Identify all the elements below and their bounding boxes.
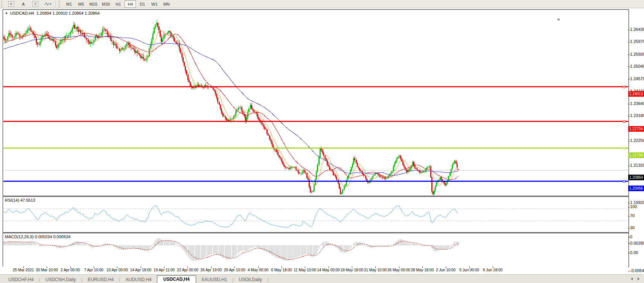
collapse-triangle-icon[interactable]: ▼: [5, 12, 8, 15]
axis-tick-mark: [628, 104, 630, 104]
chevron-down-icon[interactable]: ▾: [50, 2, 51, 6]
time-axis-label: 21 May 10:00: [364, 268, 387, 272]
time-axis-label: 2 Jun 10:00: [436, 268, 455, 272]
timeframe-button-m5[interactable]: M5: [75, 0, 87, 8]
current-price-tag: 1.20864: [628, 175, 644, 180]
toolbar-grip[interactable]: [1, 1, 4, 7]
chart-ohlc-values: 1.20894 1.20910 1.20864 1.20864: [37, 11, 100, 15]
grid-f-button[interactable]: F: [6, 0, 17, 8]
price-chart-canvas[interactable]: [3, 10, 628, 195]
macd-label: MACD(12,26,9) 0.000234 0.000534: [5, 234, 70, 239]
price-axis-label: 1.21320: [630, 163, 644, 167]
axis-tick-mark: [628, 271, 630, 271]
macd-panel[interactable]: MACD(12,26,9) 0.000234 0.000534: [3, 233, 629, 267]
time-axis-label: 22 Apr 00:00: [177, 268, 198, 272]
axis-tick-mark: [628, 237, 630, 237]
price-axis-label: 1.23180: [630, 113, 644, 118]
font-button[interactable]: A: [18, 0, 29, 8]
time-axis-label: 9 Jun 18:00: [483, 268, 502, 272]
axis-tick-mark: [628, 228, 630, 228]
macd-canvas[interactable]: [3, 234, 628, 266]
arrow-objects-button[interactable]: ↗↙ ▾: [42, 0, 53, 8]
chart-shift-marker-icon: [557, 18, 560, 20]
timeframe-button-m30[interactable]: M30: [100, 0, 112, 8]
axis-tick-mark: [628, 116, 630, 116]
timeframe-button-h4[interactable]: H4: [125, 0, 136, 8]
level-price-tag: 1.22704: [628, 126, 644, 132]
rsi-axis-label: 0: [630, 234, 632, 239]
rsi-axis-label: 70: [630, 213, 635, 218]
timeframe-button-m15[interactable]: M15: [87, 0, 99, 8]
time-axis-label: 4 May 00:00: [248, 268, 268, 272]
axis-tick-mark: [628, 203, 630, 203]
chart-symbol-period: USDCAD,H4: [10, 11, 34, 15]
timeframe-button-d1[interactable]: D1: [137, 0, 148, 8]
price-axis-label: 1.25040: [630, 64, 644, 68]
mt4-window: F A T ↗↙ ▾ M1M5M15M30H1H4D1W1MN ▼ USDCAD…: [0, 0, 644, 283]
chart-tab-audusd[interactable]: AUDUSD,H4: [120, 276, 157, 283]
chart-tab-usdcad[interactable]: USDCAD,H4: [157, 275, 196, 283]
macd-axis-label: -0.005418: [630, 268, 644, 273]
time-axis-label: 19 Apr 11:00: [154, 268, 175, 272]
timeframe-button-w1[interactable]: W1: [149, 0, 160, 8]
price-axis-label: 1.25500: [630, 52, 644, 56]
axis-tick-mark: [628, 79, 630, 79]
text-label-button[interactable]: T: [30, 0, 41, 8]
time-axis-label: 10 Apr 00:00: [107, 268, 128, 272]
level-price-tag: 1.20456: [628, 186, 644, 191]
time-axis-label: 30 Mar 10:00: [36, 268, 58, 272]
timeframe-button-mn[interactable]: MN: [161, 0, 172, 8]
chart-tab-usoil[interactable]: USOil,Daily: [234, 276, 267, 283]
rsi-axis-label: 30: [630, 225, 635, 230]
tab-scroll-left-icon[interactable]: [631, 277, 633, 280]
axis-tick-mark: [628, 243, 630, 244]
time-axis-label: 5 Jun 00:00: [460, 268, 479, 272]
price-chart-panel[interactable]: ▼ USDCAD,H4 1.20894 1.20910 1.20864 1.20…: [3, 9, 629, 196]
toolbar-separator: [55, 1, 56, 7]
axis-tick-mark: [628, 253, 630, 253]
chart-tab-usdcnh[interactable]: USDCNH,Daily: [40, 276, 81, 283]
price-axis-label: 1.23640: [630, 101, 644, 106]
axis-tick-mark: [628, 30, 630, 30]
price-axis-label: 1.22250: [630, 138, 644, 143]
rsi-panel[interactable]: RSI(14) 47.5513: [3, 196, 629, 233]
toolbar: F A T ↗↙ ▾ M1M5M15M30H1H4D1W1MN: [0, 0, 644, 8]
rsi-canvas[interactable]: [3, 197, 628, 232]
price-axis-label: 1.25970: [630, 39, 644, 44]
time-axis-label: 26 Apr 19:00: [200, 268, 222, 272]
chart-tab-bar: USDCHF,H4|USDCNH,Daily|EURUSD,H4|AUDUSD,…: [0, 274, 644, 283]
timeframe-button-group: M1M5M15M30H1H4D1W1MN: [63, 0, 172, 8]
axis-tick-mark: [628, 166, 630, 166]
time-axis-label: 11 May 10:00: [294, 268, 316, 272]
axis-tick-mark: [628, 42, 630, 42]
toolbar-grip[interactable]: [59, 1, 61, 7]
text-label-icon: T: [32, 1, 38, 7]
axis-tick-mark: [628, 207, 630, 207]
grid-f-icon: F: [8, 1, 14, 7]
chart-tab-eurusd[interactable]: EURUSD,H4: [82, 276, 119, 283]
time-axis-label: 29 Apr 10:00: [224, 268, 245, 272]
time-axis-label: 6 May 18:00: [271, 268, 292, 272]
price-axis-label: 1.19920: [630, 200, 644, 205]
macd-axis-label: 0.00: [630, 250, 638, 255]
timeframe-button-h1[interactable]: H1: [113, 0, 124, 8]
level-price-tag: 1.24013: [628, 91, 644, 97]
price-axis-label: 1.26430: [630, 27, 644, 32]
axis-tick-mark: [628, 141, 630, 141]
axis-tick-mark: [628, 216, 630, 216]
time-axis[interactable]: 25 Mar 202130 Mar 10:002 Apr 00:007 Apr …: [3, 266, 628, 275]
price-axis-label: 1.24570: [630, 76, 644, 81]
rsi-axis-label: 100: [630, 204, 637, 209]
chart-tab-xauusd[interactable]: XAUUSD,H1: [196, 276, 233, 283]
tab-scroll-right-icon[interactable]: [638, 277, 639, 280]
rsi-label: RSI(14) 47.5513: [5, 198, 35, 202]
level-price-tag: 1.21704: [628, 152, 644, 158]
tab-separator: |: [267, 276, 268, 283]
font-a-icon: A: [22, 2, 25, 6]
time-axis-label: 14 Apr 18:00: [130, 268, 151, 272]
chart-window: ▼ USDCAD,H4 1.20894 1.20910 1.20864 1.20…: [0, 8, 644, 275]
time-axis-label: 26 May 00:00: [387, 268, 410, 272]
chart-title: ▼ USDCAD,H4 1.20894 1.20910 1.20864 1.20…: [5, 11, 100, 15]
chart-tab-usdchf[interactable]: USDCHF,H4: [3, 276, 39, 283]
timeframe-button-m1[interactable]: M1: [63, 0, 75, 8]
